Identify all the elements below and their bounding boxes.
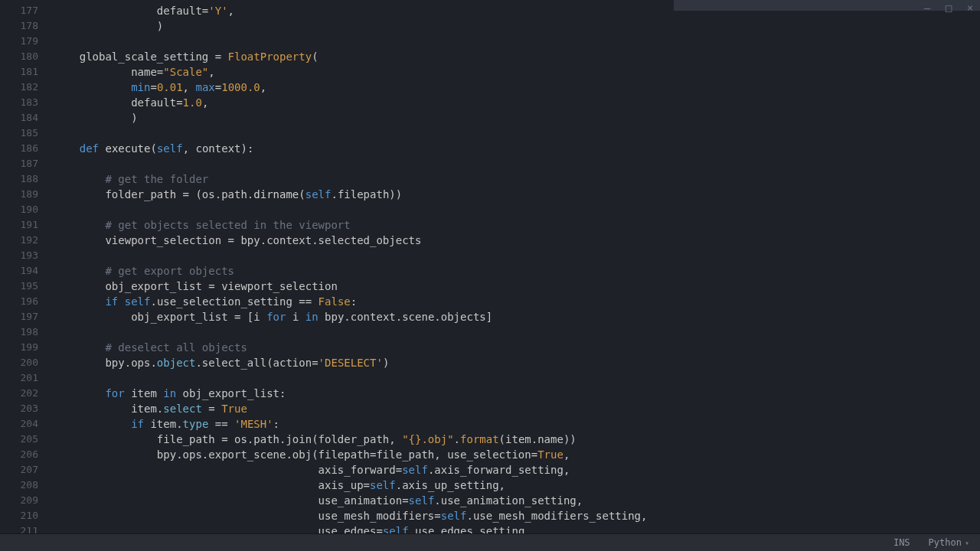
line-number: 180: [0, 49, 38, 64]
line-number: 190: [0, 202, 38, 217]
code-line[interactable]: viewport_selection = bpy.context.selecte…: [54, 233, 980, 248]
line-number: 181: [0, 64, 38, 80]
code-line[interactable]: if self.use_selection_setting == False:: [54, 294, 980, 309]
line-number: 204: [0, 416, 38, 432]
code-line[interactable]: ): [54, 18, 980, 34]
line-number: 188: [0, 171, 38, 187]
maximize-icon[interactable]: □: [943, 2, 954, 14]
code-line[interactable]: bpy.ops.object.select_all(action='DESELE…: [54, 355, 980, 370]
code-line[interactable]: # get objects selected in the viewport: [54, 217, 980, 233]
code-line[interactable]: file_path = os.path.join(folder_path, "{…: [54, 432, 980, 447]
code-line[interactable]: obj_export_list = viewport_selection: [54, 279, 980, 294]
code-line[interactable]: folder_path = (os.path.dirname(self.file…: [54, 187, 980, 202]
line-number: 194: [0, 263, 38, 279]
minimize-icon[interactable]: —: [922, 2, 933, 14]
code-editor[interactable]: 1771781791801811821831841851861871881891…: [0, 0, 980, 551]
code-line[interactable]: # get export objects: [54, 263, 980, 279]
line-number: 203: [0, 401, 38, 416]
line-number: 184: [0, 110, 38, 126]
code-line[interactable]: use_mesh_modifiers=self.use_mesh_modifie…: [54, 508, 980, 523]
code-line[interactable]: axis_forward=self.axis_forward_setting,: [54, 462, 980, 478]
close-icon[interactable]: ×: [965, 2, 975, 14]
line-number: 207: [0, 462, 38, 478]
line-number: 198: [0, 324, 38, 340]
code-line[interactable]: obj_export_list = [i for i in bpy.contex…: [54, 309, 980, 324]
line-number: 200: [0, 355, 38, 370]
line-number: 205: [0, 432, 38, 447]
code-line[interactable]: name="Scale",: [54, 64, 980, 80]
code-line[interactable]: # get the folder: [54, 171, 980, 187]
line-number: 189: [0, 187, 38, 202]
line-number: 179: [0, 34, 38, 49]
code-line[interactable]: bpy.ops.export_scene.obj(filepath=file_p…: [54, 447, 980, 462]
code-line[interactable]: [54, 126, 980, 141]
line-number: 197: [0, 309, 38, 324]
chevron-down-icon: ▾: [965, 539, 969, 547]
line-number: 187: [0, 156, 38, 171]
status-language-selector[interactable]: Python▾: [929, 537, 969, 548]
line-number: 191: [0, 217, 38, 233]
code-line[interactable]: [54, 156, 980, 171]
code-area[interactable]: default='Y', ) global_scale_setting = Fl…: [44, 0, 980, 551]
line-number: 208: [0, 478, 38, 493]
line-number: 178: [0, 18, 38, 34]
code-line[interactable]: default=1.0,: [54, 95, 980, 110]
line-number: 210: [0, 508, 38, 523]
code-line[interactable]: # deselect all objects: [54, 340, 980, 355]
code-line[interactable]: [54, 370, 980, 386]
code-line[interactable]: ): [54, 110, 980, 126]
code-line[interactable]: [54, 34, 980, 49]
code-line[interactable]: axis_up=self.axis_up_setting,: [54, 478, 980, 493]
line-number: 202: [0, 386, 38, 401]
line-number: 177: [0, 3, 38, 18]
line-number: 201: [0, 370, 38, 386]
line-number: 186: [0, 141, 38, 156]
line-number: 182: [0, 80, 38, 95]
code-line[interactable]: use_animation=self.use_animation_setting…: [54, 493, 980, 508]
line-number: 199: [0, 340, 38, 355]
code-line[interactable]: def execute(self, context):: [54, 141, 980, 156]
code-line[interactable]: [54, 324, 980, 340]
line-number: 183: [0, 95, 38, 110]
code-line[interactable]: min=0.01, max=1000.0,: [54, 80, 980, 95]
line-number: 206: [0, 447, 38, 462]
code-line[interactable]: [54, 202, 980, 217]
line-number-gutter: 1771781791801811821831841851861871881891…: [0, 0, 44, 551]
code-line[interactable]: if item.type == 'MESH':: [54, 416, 980, 432]
code-line[interactable]: for item in obj_export_list:: [54, 386, 980, 401]
line-number: 196: [0, 294, 38, 309]
code-line[interactable]: global_scale_setting = FloatProperty(: [54, 49, 980, 64]
status-indicator-ins[interactable]: INS: [893, 537, 910, 548]
line-number: 185: [0, 126, 38, 141]
window-controls: — □ ×: [922, 2, 975, 14]
status-bar: INS Python▾: [0, 533, 980, 551]
code-line[interactable]: [54, 248, 980, 263]
line-number: 192: [0, 233, 38, 248]
line-number: 209: [0, 493, 38, 508]
line-number: 195: [0, 279, 38, 294]
line-number: 193: [0, 248, 38, 263]
code-line[interactable]: item.select = True: [54, 401, 980, 416]
